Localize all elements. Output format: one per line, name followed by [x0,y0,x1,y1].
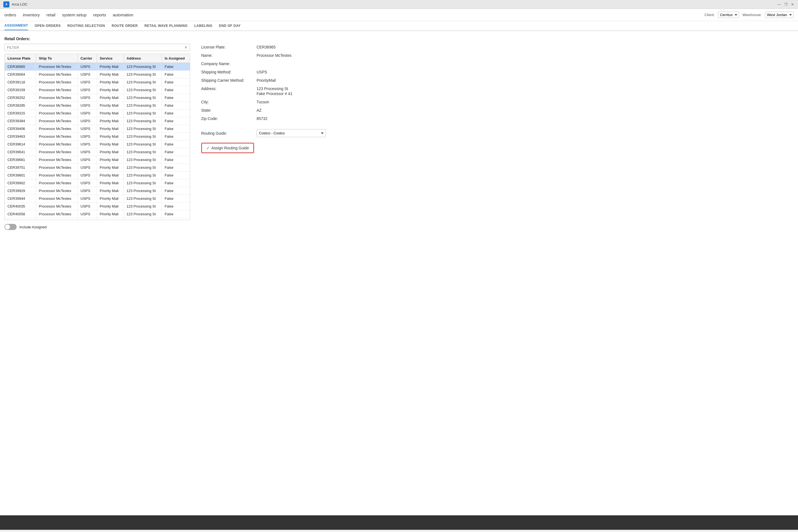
table-row[interactable]: CER39902 Processor McTestes USPS Priorit… [5,179,190,187]
filter-clear-icon[interactable]: ✕ [184,45,188,50]
cell-is-assigned: False [162,218,190,220]
table-row[interactable]: CER38965 Processor McTestes USPS Priorit… [5,63,190,71]
table-row[interactable]: CER39463 Processor McTestes USPS Priorit… [5,133,190,140]
filter-input[interactable] [7,45,184,50]
cell-service: Priority Mail [97,203,124,210]
cell-carrier: USPS [78,218,97,220]
cell-is-assigned: False [162,86,190,94]
cell-service: Priority Mail [97,102,124,110]
titlebar: A Arca LOC — ❐ ✕ [0,0,798,9]
table-row[interactable]: CER39118 Processor McTestes USPS Priorit… [5,78,190,86]
subnav: ASSIGNMENT OPEN ORDERS ROUTING SELECTION… [0,21,798,31]
value-state: AZ [256,108,262,113]
cell-is-assigned: False [162,102,190,110]
table-row[interactable]: CER39929 Processor McTestes USPS Priorit… [5,187,190,195]
cell-is-assigned: False [162,133,190,140]
cell-service: Priority Mail [97,86,124,94]
client-select[interactable]: Cerritus [718,12,739,18]
include-assigned-label: Include Assigned [19,225,46,229]
cell-service: Priority Mail [97,78,124,86]
cell-is-assigned: False [162,110,190,117]
table-row[interactable]: CER39641 Processor McTestes USPS Priorit… [5,148,190,156]
cell-is-assigned: False [162,78,190,86]
table-row[interactable]: CER40035 Processor McTestes USPS Priorit… [5,203,190,210]
label-state: State: [201,108,256,113]
cell-address: 123 Processing St [124,94,162,102]
menu-system-setup[interactable]: system setup [62,11,87,18]
cell-is-assigned: False [162,156,190,164]
cell-carrier: USPS [78,203,97,210]
cell-license-plate: CER39252 [5,94,36,102]
cell-is-assigned: False [162,203,190,210]
app-title: Arca LOC [12,2,27,6]
main-content: Retail Orders: ✕ License Plate Ship To C… [0,31,798,515]
table-row[interactable]: CER39252 Processor McTestes USPS Priorit… [5,94,190,102]
warehouse-select[interactable]: West Jordan [765,12,794,18]
subnav-routing-selection[interactable]: ROUTING SELECTION [67,22,105,30]
client-label: Client: [705,13,715,17]
cell-carrier: USPS [78,110,97,117]
cell-license-plate: CER39315 [5,110,36,117]
cell-ship-to: Processor McTestes [36,164,78,172]
table-row[interactable]: CER39614 Processor McTestes USPS Priorit… [5,140,190,148]
col-service: Service [97,54,124,63]
cell-carrier: USPS [78,78,97,86]
cell-is-assigned: False [162,148,190,156]
value-zip: 85732 [256,116,267,121]
menu-reports[interactable]: reports [93,11,106,18]
cell-carrier: USPS [78,172,97,179]
table-row[interactable]: CER39681 Processor McTestes USPS Priorit… [5,156,190,164]
cell-license-plate: CER39801 [5,172,36,179]
minimize-button[interactable]: — [777,2,781,7]
cell-carrier: USPS [78,179,97,187]
menu-automation[interactable]: automation [113,11,133,18]
table-row[interactable]: CER39315 Processor McTestes USPS Priorit… [5,110,190,117]
include-assigned-toggle[interactable] [4,224,17,230]
cell-is-assigned: False [162,187,190,195]
subnav-retail-wave-planning[interactable]: RETAIL WAVE PLANNING [144,22,188,30]
value-address-line1: 123 Processing St [256,87,292,91]
close-button[interactable]: ✕ [790,2,795,7]
table-row[interactable]: CER40060 Processor McTestes USPS Priorit… [5,218,190,220]
table-row[interactable]: CER39285 Processor McTestes USPS Priorit… [5,102,190,110]
cell-license-plate: CER39681 [5,156,36,164]
cell-ship-to: Processor McTestes [36,172,78,179]
subnav-open-orders[interactable]: OPEN ORDERS [35,22,61,30]
table-row[interactable]: CER40058 Processor McTestes USPS Priorit… [5,210,190,218]
menu-retail[interactable]: retail [46,11,55,18]
subnav-assignment[interactable]: ASSIGNMENT [4,21,28,30]
cell-carrier: USPS [78,133,97,140]
cell-address: 123 Processing St [124,195,162,203]
cell-address: 123 Processing St [124,117,162,125]
cell-address: 123 Processing St [124,210,162,218]
routing-guide-select[interactable]: Costco - Costco Other Guide 1 Other Guid… [256,129,326,137]
subnav-labeling[interactable]: LABELING [194,22,212,30]
cell-carrier: USPS [78,210,97,218]
cell-ship-to: Processor McTestes [36,125,78,133]
left-panel: Retail Orders: ✕ License Plate Ship To C… [4,37,190,510]
menu-orders[interactable]: orders [4,11,16,18]
subnav-route-order[interactable]: ROUTE ORDER [112,22,138,30]
table-row[interactable]: CER39406 Processor McTestes USPS Priorit… [5,125,190,133]
cell-is-assigned: False [162,172,190,179]
table-row[interactable]: CER39064 Processor McTestes USPS Priorit… [5,71,190,78]
menu-inventory[interactable]: inventory [23,11,40,18]
cell-carrier: USPS [78,102,97,110]
table-row[interactable]: CER39944 Processor McTestes USPS Priorit… [5,195,190,203]
subnav-end-of-day[interactable]: END OF DAY [219,22,241,30]
col-license-plate: License Plate [5,54,36,63]
cell-ship-to: Processor McTestes [36,179,78,187]
maximize-button[interactable]: ❐ [784,2,788,7]
cell-service: Priority Mail [97,125,124,133]
assign-routing-guide-button[interactable]: ✓ Assign Routing Guide [201,143,254,153]
cell-is-assigned: False [162,179,190,187]
cell-ship-to: Processor McTestes [36,71,78,78]
menubar: orders inventory retail system setup rep… [0,9,798,21]
cell-carrier: USPS [78,164,97,172]
table-row[interactable]: CER39801 Processor McTestes USPS Priorit… [5,172,190,179]
cell-address: 123 Processing St [124,203,162,210]
table-row[interactable]: CER39384 Processor McTestes USPS Priorit… [5,117,190,125]
table-row[interactable]: CER39159 Processor McTestes USPS Priorit… [5,86,190,94]
value-shipping-carrier-method: PriorityMail [256,78,276,82]
table-row[interactable]: CER39751 Processor McTestes USPS Priorit… [5,164,190,172]
